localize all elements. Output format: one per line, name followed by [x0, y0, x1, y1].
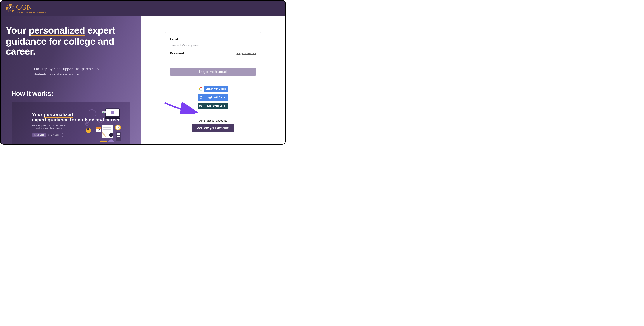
brand-logo[interactable]: CGN Experts for Everyone, All in One Pla… — [6, 4, 47, 13]
preview-subtitle: The step-by-step support that parents an… — [32, 124, 69, 130]
preview-card: Your personalized expert guidance for co… — [12, 102, 130, 144]
scoir-sso-button[interactable]: Log in with Scoir — [198, 103, 228, 109]
svg-point-30 — [109, 133, 113, 137]
svg-rect-26 — [117, 135, 120, 135]
top-bar: CGN Experts for Everyone, All in One Pla… — [0, 1, 285, 16]
svg-rect-33 — [101, 140, 107, 141]
svg-point-0 — [6, 5, 14, 12]
compass-icon — [6, 4, 14, 13]
password-input[interactable] — [170, 56, 256, 63]
scoir-sso-label: Log in with Scoir — [204, 103, 228, 109]
main-content: Your personalized expert guidance for co… — [0, 16, 285, 144]
svg-point-8 — [111, 111, 114, 114]
svg-point-35 — [99, 119, 102, 123]
svg-rect-25 — [117, 133, 120, 134]
forgot-password-link[interactable]: Forgot Password? — [236, 52, 256, 55]
divider — [170, 81, 256, 81]
clever-icon: C — [198, 94, 204, 101]
email-input[interactable] — [170, 42, 256, 49]
svg-marker-3 — [10, 6, 11, 9]
brand-name: CGN — [16, 4, 47, 11]
clever-sso-button[interactable]: C Log in with Clever — [198, 94, 228, 101]
get-started-button[interactable]: Get Started — [48, 133, 63, 137]
svg-text:17: 17 — [98, 129, 100, 131]
svg-rect-32 — [100, 141, 108, 142]
svg-point-29 — [87, 128, 90, 130]
password-label: Password — [170, 52, 184, 55]
email-label: Email — [170, 38, 256, 41]
login-card: Email Password Forgot Password? Log in w… — [165, 32, 261, 144]
svg-point-34 — [87, 121, 88, 122]
illustration: 17 — [84, 107, 126, 144]
login-panel: Email Password Forgot Password? Log in w… — [141, 16, 285, 144]
svg-rect-27 — [117, 136, 120, 137]
how-it-works-heading: How it works: — [11, 90, 133, 98]
svg-point-4 — [93, 118, 94, 119]
google-sso-label: Sign in with Google — [204, 86, 228, 92]
divider — [170, 115, 256, 115]
app-window: CGN Experts for Everyone, All in One Pla… — [0, 0, 286, 145]
activate-account-button[interactable]: Activate your account — [192, 124, 234, 132]
marketing-panel: Your personalized expert guidance for co… — [0, 16, 141, 144]
brand-tagline: Experts for Everyone, All in One Place® — [16, 12, 47, 13]
svg-rect-9 — [105, 118, 120, 119]
login-email-button[interactable]: Log in with email — [170, 68, 256, 76]
learn-more-button[interactable]: Learn More — [32, 133, 46, 137]
clever-sso-label: Log in with Clever — [204, 94, 228, 101]
sso-buttons: Sign in with Google C Log in with Clever — [170, 86, 256, 109]
svg-point-11 — [102, 112, 104, 113]
hero-title: Your personalized expert guidance for co… — [6, 25, 133, 57]
google-sso-button[interactable]: Sign in with Google — [198, 86, 228, 92]
google-icon — [198, 86, 204, 92]
scoir-icon — [198, 103, 204, 109]
no-account-text: Don't have an account? — [170, 119, 256, 122]
hero-subtitle: The step-by-step support that parents an… — [33, 66, 114, 77]
svg-rect-13 — [96, 127, 101, 129]
